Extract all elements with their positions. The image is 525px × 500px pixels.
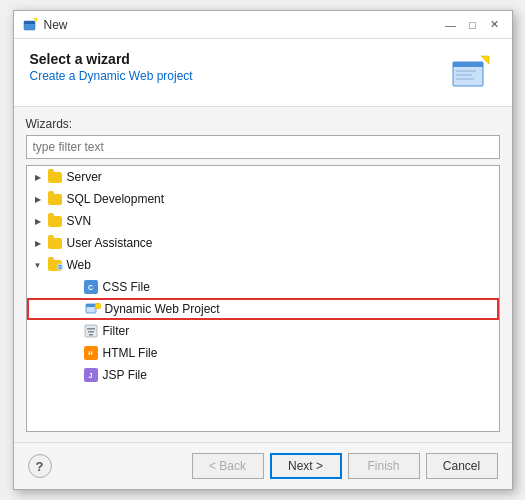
tree-item-sql[interactable]: SQL Development (27, 188, 499, 210)
wizard-icon (446, 51, 496, 96)
wizard-subtitle: Create a Dynamic Web project (30, 69, 193, 83)
label-svn: SVN (67, 214, 92, 228)
dialog-title: New (44, 18, 442, 32)
wizard-title: Select a wizard (30, 51, 193, 67)
folder-icon-sql (47, 191, 63, 207)
folder-icon (47, 169, 63, 185)
svg-rect-4 (453, 62, 483, 67)
toggle-user-assistance[interactable] (31, 236, 45, 250)
dialog-header: Select a wizard Create a Dynamic Web pro… (14, 39, 512, 107)
close-button[interactable]: ✕ (486, 16, 504, 34)
cancel-button[interactable]: Cancel (426, 453, 498, 479)
toggle-web[interactable] (31, 258, 45, 272)
label-dynweb: Dynamic Web Project (105, 302, 220, 316)
tree-item-user-assistance[interactable]: User Assistance (27, 232, 499, 254)
label-css: CSS File (103, 280, 150, 294)
svg-rect-18 (89, 334, 93, 336)
filter-input[interactable] (26, 135, 500, 159)
dialog-icon (22, 17, 38, 33)
tree-item-server[interactable]: Server (27, 166, 499, 188)
next-button[interactable]: Next > (270, 453, 342, 479)
tree-item-web[interactable]: Web (27, 254, 499, 276)
tree-item-filter[interactable]: Filter (27, 320, 499, 342)
svg-rect-5 (456, 70, 476, 72)
web-folder-icon (47, 257, 63, 273)
svg-rect-1 (24, 21, 35, 24)
back-button[interactable]: < Back (192, 453, 264, 479)
label-user-assistance: User Assistance (67, 236, 153, 250)
jsp-file-icon: J (83, 367, 99, 383)
svg-rect-17 (88, 331, 94, 333)
tree-item-dynamic-web[interactable]: Dynamic Web Project (27, 298, 499, 320)
dialog-footer: ? < Back Next > Finish Cancel (14, 442, 512, 489)
toggle-sql[interactable] (31, 192, 45, 206)
label-web: Web (67, 258, 91, 272)
filter-file-icon (83, 323, 99, 339)
dynamic-web-icon (85, 301, 101, 317)
svg-rect-16 (87, 328, 95, 330)
label-server: Server (67, 170, 102, 184)
label-filter: Filter (103, 324, 130, 338)
css-file-icon: C (83, 279, 99, 295)
folder-icon-ua (47, 235, 63, 251)
tree-item-css[interactable]: C CSS File (27, 276, 499, 298)
footer-buttons: < Back Next > Finish Cancel (192, 453, 498, 479)
folder-icon-svn (47, 213, 63, 229)
label-sql: SQL Development (67, 192, 165, 206)
window-controls: — □ ✕ (442, 16, 504, 34)
html-file-icon: H (83, 345, 99, 361)
minimize-button[interactable]: — (442, 16, 460, 34)
title-bar: New — □ ✕ (14, 11, 512, 39)
label-jsp: JSP File (103, 368, 147, 382)
toggle-svn[interactable] (31, 214, 45, 228)
label-html: HTML File (103, 346, 158, 360)
dialog-body: Wizards: Server SQL Development SVN (14, 107, 512, 442)
help-button[interactable]: ? (28, 454, 52, 478)
svg-point-14 (95, 303, 101, 309)
wizards-label: Wizards: (26, 117, 500, 131)
footer-left: ? (28, 454, 52, 478)
tree-item-jsp[interactable]: J JSP File (27, 364, 499, 386)
new-wizard-dialog: New — □ ✕ Select a wizard Create a Dynam… (13, 10, 513, 490)
svg-rect-7 (456, 78, 474, 80)
tree-item-html[interactable]: H HTML File (27, 342, 499, 364)
svg-rect-13 (86, 304, 96, 307)
toggle-server[interactable] (31, 170, 45, 184)
maximize-button[interactable]: □ (464, 16, 482, 34)
tree-item-svn[interactable]: SVN (27, 210, 499, 232)
wizard-tree[interactable]: Server SQL Development SVN User Assistan… (26, 165, 500, 432)
finish-button[interactable]: Finish (348, 453, 420, 479)
svg-rect-6 (456, 74, 472, 76)
